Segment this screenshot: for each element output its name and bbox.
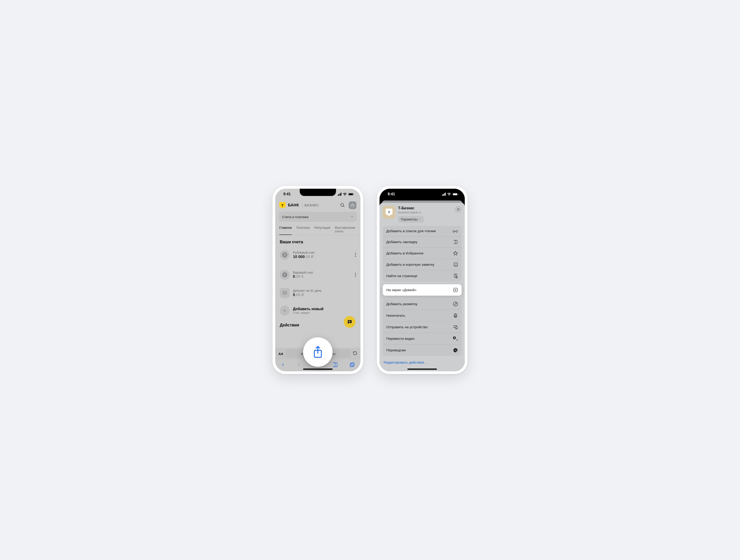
svg-rect-2: [354, 194, 354, 195]
svg-rect-30: [454, 263, 458, 266]
menu-favorite[interactable]: Добавить в Избранное: [383, 248, 462, 259]
svg-rect-12: [284, 292, 286, 293]
more-icon[interactable]: [355, 253, 356, 257]
svg-point-45: [456, 328, 457, 329]
svg-line-4: [343, 206, 344, 207]
account-label: Рублевый счет: [293, 251, 315, 254]
tabs-icon[interactable]: [349, 362, 355, 369]
account-amount: 0,00 ₽: [293, 293, 322, 297]
svg-rect-23: [453, 193, 457, 195]
sheet-header: T Т-Бизнес business.tbank.ru Параметры: [379, 203, 465, 225]
more-icon[interactable]: [355, 273, 356, 277]
svg-marker-29: [453, 251, 458, 255]
find-icon: [453, 273, 458, 278]
reload-icon[interactable]: [353, 351, 357, 356]
wifi-icon: [343, 193, 347, 196]
svg-text:₽: ₽: [284, 253, 286, 257]
status-time: 9:41: [283, 192, 291, 196]
chevron-down-icon: [351, 215, 354, 219]
bookmarks-icon[interactable]: [333, 362, 338, 369]
wifi-icon: [447, 193, 451, 196]
chevron-right-icon: [419, 218, 421, 221]
brand-name: БАНК: [288, 203, 299, 208]
svg-text:あ: あ: [456, 350, 457, 352]
account-row[interactable]: € Евровый счет 0,00 €: [275, 267, 361, 283]
sheet-url: business.tbank.ru: [398, 211, 424, 214]
tab-main[interactable]: Главное: [279, 224, 292, 235]
svg-rect-1: [349, 193, 353, 195]
svg-point-47: [454, 337, 455, 339]
account-amount: 0,00 €: [293, 274, 313, 279]
url-text: ru: [333, 352, 335, 356]
svg-text:€: €: [284, 273, 286, 276]
svg-line-35: [457, 278, 458, 278]
print-icon: [453, 313, 458, 318]
brand-sub: БИЗНЕС: [303, 203, 319, 207]
account-label: Депозит на 31 день: [293, 289, 322, 293]
svg-point-27: [453, 231, 455, 232]
menu-send-device[interactable]: Отправить на устройство: [383, 321, 462, 333]
search-icon[interactable]: [339, 201, 347, 209]
add-sub: Счет, кредит: [293, 311, 323, 314]
chat-fab[interactable]: [344, 316, 356, 328]
menu-translator[interactable]: Переводчик Aあ: [383, 345, 462, 356]
svg-point-28: [456, 231, 458, 232]
sheet-title: Т-Бизнес: [398, 206, 424, 210]
translate-video-icon: A⇄: [453, 336, 458, 341]
add-account-row[interactable]: Добавить новый Счет, кредит: [275, 303, 361, 318]
menu-markup[interactable]: Добавить разметку: [383, 298, 462, 310]
home-indicator[interactable]: [303, 368, 333, 370]
app-header: T БАНК БИЗНЕС: [275, 200, 361, 212]
menu-group: Добавить в список для чтения Добавить за…: [383, 226, 462, 282]
svg-rect-24: [458, 194, 458, 195]
forward-icon[interactable]: [296, 362, 301, 369]
battery-icon: [348, 193, 354, 196]
share-icon[interactable]: [303, 337, 333, 367]
svg-rect-19: [350, 364, 353, 367]
back-icon[interactable]: [281, 362, 285, 369]
notch: [404, 189, 440, 196]
params-label: Параметры: [401, 217, 418, 221]
close-icon[interactable]: [455, 206, 462, 213]
tab-bar: Главное Платежи Репутация Выставление сч…: [275, 224, 361, 235]
note-icon: [453, 262, 458, 267]
params-button[interactable]: Параметры: [398, 216, 424, 223]
account-row[interactable]: Депозит на 31 день 0,00 ₽: [275, 285, 361, 301]
text-size-icon[interactable]: AA: [278, 352, 283, 356]
accounts-dropdown[interactable]: Счета и платежи: [279, 212, 357, 222]
account-label: Евровый счет: [293, 271, 313, 274]
menu-print[interactable]: Напечатать: [383, 310, 462, 321]
glasses-icon: [453, 229, 458, 233]
edit-actions-link[interactable]: Редактировать действия…: [379, 359, 465, 368]
svg-point-3: [341, 203, 344, 206]
menu-add-home[interactable]: На экран «Домой»: [383, 284, 462, 296]
account-row[interactable]: ₽ Рублевый счет 10 000,00 ₽: [275, 247, 361, 262]
briefcase-icon[interactable]: [349, 201, 356, 209]
menu-translate-video[interactable]: Перевести видео A⇄: [383, 333, 462, 345]
menu-group: Добавить разметку Напечатать Отправить н…: [383, 298, 462, 356]
bank-logo-icon: T: [279, 202, 286, 208]
tab-reputation[interactable]: Репутация: [314, 224, 330, 235]
svg-rect-18: [351, 363, 354, 366]
menu-quick-note[interactable]: Добавить в короткую заметку: [383, 259, 462, 270]
menu-find[interactable]: Найти на странице: [383, 270, 462, 282]
tab-payments[interactable]: Платежи: [296, 224, 310, 235]
battery-icon: [453, 193, 458, 196]
dropdown-label: Счета и платежи: [282, 215, 308, 219]
status-time: 9:41: [388, 192, 395, 196]
safe-icon: [280, 288, 290, 298]
svg-rect-40: [454, 315, 457, 317]
add-title: Добавить новый: [293, 307, 323, 311]
star-icon: [453, 251, 458, 256]
phone-right: 9:41 T: [377, 186, 467, 374]
menu-reading-list[interactable]: Добавить в список для чтения: [383, 226, 462, 236]
markup-icon: [453, 302, 458, 307]
tab-invoice[interactable]: Выставление счета: [335, 224, 356, 235]
cell-signal-icon: [338, 193, 342, 196]
home-indicator[interactable]: [407, 368, 437, 370]
account-amount: 10 000,00 ₽: [293, 254, 315, 259]
translator-icon: Aあ: [453, 348, 458, 353]
euro-icon: €: [280, 270, 290, 280]
svg-rect-41: [455, 314, 456, 315]
menu-bookmark[interactable]: Добавить закладку: [383, 236, 462, 248]
